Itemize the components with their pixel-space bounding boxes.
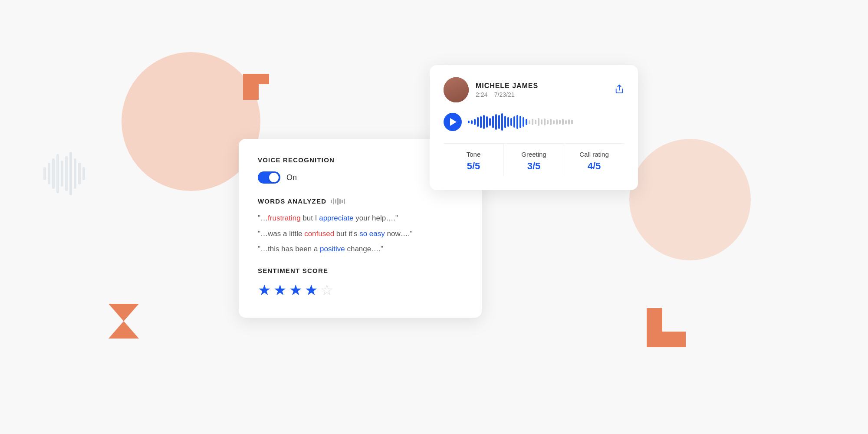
bg-circle-right (629, 139, 751, 260)
metrics-row: Tone 5/5 Greeting 3/5 Call rating 4/5 (444, 143, 624, 176)
quote1-middle: but I (301, 214, 319, 222)
waveform-bars (468, 113, 624, 131)
bg-shape-bottom-right (647, 308, 686, 347)
metric-greeting: Greeting 3/5 (504, 144, 564, 176)
quote2-middle: but it's (334, 230, 359, 238)
call-date: 7/23/21 (494, 91, 515, 98)
quote3-suffix: change…." (345, 245, 383, 253)
waveform-icon (331, 198, 345, 205)
sentiment-title: SENTIMENT SCORE (258, 267, 463, 274)
quote1-suffix: your help…." (354, 214, 398, 222)
quote-line-1: "…frustrating but I appreciate your help… (258, 213, 463, 224)
avatar (444, 77, 469, 102)
words-analyzed-title: WORDS ANALYZED (258, 197, 326, 205)
toggle-label: On (286, 173, 297, 182)
metric-tone-label: Tone (448, 151, 499, 158)
call-user-info: MICHELE JAMES 2:24 7/23/21 (476, 82, 538, 98)
quote2-prefix: "…was a little (258, 230, 304, 238)
play-button[interactable] (444, 113, 462, 131)
metric-callrating: Call rating 4/5 (564, 144, 624, 176)
stars-container: ★ ★ ★ ★ ☆ (258, 281, 463, 299)
quote3-prefix: "…this has been a (258, 245, 320, 253)
bg-shape-hourglass (108, 304, 139, 339)
voice-recognition-toggle[interactable] (258, 171, 280, 184)
call-card: MICHELE JAMES 2:24 7/23/21 (430, 65, 638, 190)
quote2-word1: confused (304, 230, 334, 238)
call-user-name: MICHELE JAMES (476, 82, 538, 90)
share-icon[interactable] (615, 84, 624, 96)
metric-callrating-label: Call rating (569, 151, 620, 158)
metric-tone-value: 5/5 (448, 161, 499, 172)
quote2-word2: so easy (359, 230, 385, 238)
star-1: ★ (258, 281, 271, 299)
metric-tone: Tone 5/5 (444, 144, 504, 176)
star-3: ★ (289, 281, 302, 299)
quote2-suffix: now…." (385, 230, 413, 238)
audio-player (444, 113, 624, 131)
metric-callrating-value: 4/5 (569, 161, 620, 172)
words-analyzed-row: WORDS ANALYZED (258, 197, 463, 205)
call-user-meta: 2:24 7/23/21 (476, 91, 538, 98)
quote1-word1: frustrating (268, 214, 301, 222)
bg-waveform (43, 152, 85, 195)
quote3-word1: positive (320, 245, 345, 253)
quote1-word2: appreciate (319, 214, 353, 222)
quotes-section: "…frustrating but I appreciate your help… (258, 213, 463, 255)
star-2: ★ (273, 281, 286, 299)
quote1-prefix: "… (258, 214, 268, 222)
quote-line-3: "…this has been a positive change…." (258, 243, 463, 255)
call-card-user: MICHELE JAMES 2:24 7/23/21 (444, 77, 538, 102)
call-duration: 2:24 (476, 91, 487, 98)
star-5-empty: ☆ (320, 281, 333, 299)
call-card-header: MICHELE JAMES 2:24 7/23/21 (444, 77, 624, 102)
metric-greeting-label: Greeting (508, 151, 559, 158)
scene: VOICE RECOGNITION On WORDS ANALYZED "…fr… (239, 43, 629, 391)
star-4: ★ (305, 281, 318, 299)
quote-line-2: "…was a little confused but it's so easy… (258, 228, 463, 240)
metric-greeting-value: 3/5 (508, 161, 559, 172)
